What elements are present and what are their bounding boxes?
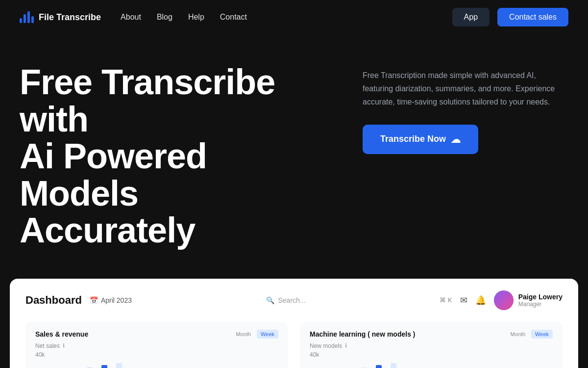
widget-sales-tab-week[interactable]: Week [257,330,278,339]
widget-ml-value: 40k [310,351,553,358]
logo-bar-3 [27,11,30,23]
user-name: Paige Lowery [518,293,563,301]
widget-ml-tab-week[interactable]: Week [531,330,553,339]
widget-ml-header: Machine learning ( new models ) Month We… [310,330,553,339]
widget-ml-info-icon: ℹ [345,342,347,349]
logo[interactable]: File Transcribe [20,11,101,23]
widget-sales-tabs: Month Week [232,330,279,339]
search-icon: 🔍 [266,296,274,304]
logo-bar-2 [24,14,26,23]
widget-sales-sub: Net sales ℹ [35,342,278,349]
logo-bar-4 [31,16,34,23]
notification-icon[interactable]: 🔔 [475,295,486,306]
nav-item-contact[interactable]: Contact [220,13,247,22]
logo-icon [20,11,34,23]
cloud-upload-icon: ☁ [451,133,461,145]
nav-link-help[interactable]: Help [188,13,204,21]
widget-ml-title: Machine learning ( new models ) [310,330,415,338]
widget-sales-value: 40k [35,351,278,358]
widget-ml-sub: New models ℹ [310,342,553,349]
keyboard-shortcut: ⌘ K [440,296,452,304]
widget-ml-chart [310,362,553,368]
shortcut-label: K [448,296,452,304]
search-placeholder: Search... [278,296,306,304]
nav-links: About Blog Help Contact [121,13,247,22]
hero-title-line2: Ai Powered Models [20,136,207,213]
bar-9 [376,365,382,368]
user-avatar [494,290,514,310]
nav-item-about[interactable]: About [121,13,141,22]
dashboard-search[interactable]: 🔍 Search... [266,296,306,304]
dashboard-date: 📅 April 2023 [90,296,132,304]
user-role: Manager [518,301,563,308]
widget-ml-tabs: Month Week [507,330,553,339]
dashboard-title-area: Dashboard 📅 April 2023 [25,294,132,307]
widget-ml-tab-month[interactable]: Month [507,330,530,339]
widget-sales-header: Sales & revenue Month Week [35,330,278,339]
dashboard-actions: ⌘ K ✉ 🔔 Paige Lowery Manager [440,290,563,310]
dashboard-user: Paige Lowery Manager [494,290,563,310]
dashboard-header: Dashboard 📅 April 2023 🔍 Search... ⌘ K ✉… [25,290,563,310]
navbar: File Transcribe About Blog Help Contact … [0,0,588,34]
nav-item-help[interactable]: Help [188,13,204,22]
nav-left: File Transcribe About Blog Help Contact [20,11,247,23]
transcribe-now-button[interactable]: Transcribe Now ☁ [363,125,478,154]
hero-title: Free Transcribe with Ai Powered Models A… [20,64,304,249]
hero-title-line3: Accurately [20,210,195,250]
hero-right: Free Transcription made simple with adva… [363,64,568,154]
widget-sales-sub-label: Net sales [35,342,60,349]
widget-sales-chart [35,362,278,368]
bar-11 [116,363,122,368]
avatar-image [494,290,514,310]
nav-link-about[interactable]: About [121,13,141,21]
app-button[interactable]: App [452,8,490,26]
dashboard-date-label: April 2023 [101,296,132,304]
widget-sales-revenue: Sales & revenue Month Week Net sales ℹ 4… [25,322,288,368]
transcribe-now-label: Transcribe Now [380,134,446,144]
hero-description: Free Transcription made simple with adva… [363,69,568,109]
dashboard-title: Dashboard [25,294,82,307]
hero-left: Free Transcribe with Ai Powered Models A… [20,64,304,249]
nav-item-blog[interactable]: Blog [157,13,172,22]
user-info: Paige Lowery Manager [518,293,563,308]
widget-sales-tab-month[interactable]: Month [232,330,255,339]
shortcut-icon: ⌘ [440,296,446,304]
widget-sales-title: Sales & revenue [35,330,88,338]
widget-ml-models: Machine learning ( new models ) Month We… [300,322,563,368]
dashboard-preview: Dashboard 📅 April 2023 🔍 Search... ⌘ K ✉… [10,279,578,368]
widget-sales-info-icon: ℹ [63,342,65,349]
contact-sales-button[interactable]: Contact sales [497,8,568,26]
nav-right: App Contact sales [452,8,568,26]
hero-section: Free Transcribe with Ai Powered Models A… [0,34,588,269]
hero-title-line1: Free Transcribe with [20,62,275,139]
nav-link-contact[interactable]: Contact [220,13,247,21]
widget-ml-sub-label: New models [310,342,342,349]
mail-icon[interactable]: ✉ [460,295,467,306]
nav-link-blog[interactable]: Blog [157,13,172,21]
logo-text: File Transcribe [39,12,101,23]
bar-9 [101,365,107,368]
bar-11 [391,363,396,368]
dashboard-widgets: Sales & revenue Month Week Net sales ℹ 4… [25,322,563,368]
calendar-icon: 📅 [90,296,98,304]
logo-bar-1 [20,18,22,23]
